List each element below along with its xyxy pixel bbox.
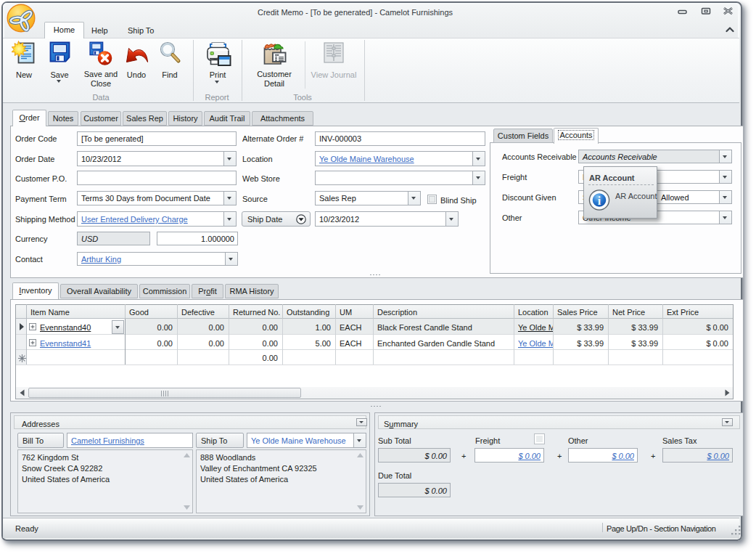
svg-text:i: i [598,195,601,207]
